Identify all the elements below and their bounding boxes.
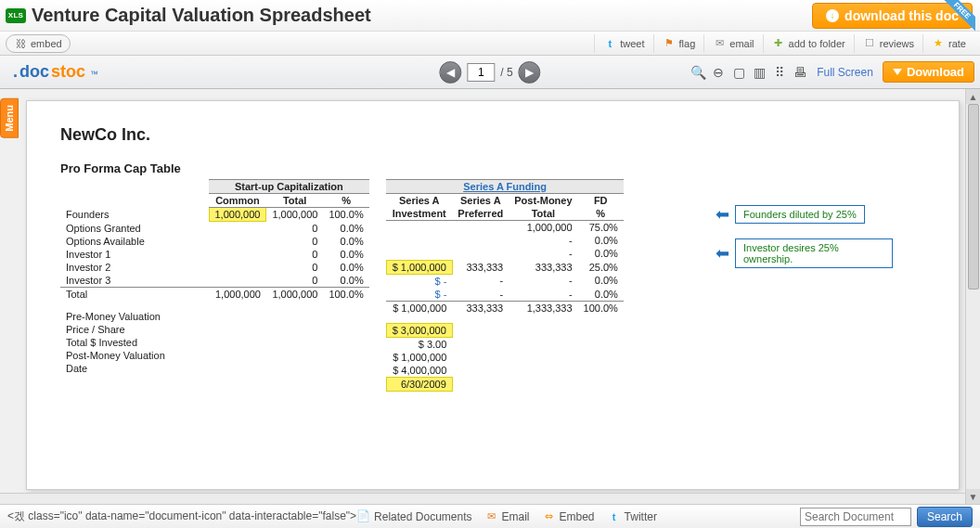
table-row: $ 1,000,000333,333333,33325.0% [386,260,624,274]
col-pmtotal-1: Post-Money [509,194,577,208]
row-pmtotal: - [509,274,577,288]
summary-value: 6/30/2009 [386,378,452,392]
summary-value: $ 4,000,000 [386,364,452,378]
summary-label: Post-Money Valuation [60,349,209,362]
reviews-button[interactable]: ☐reviews [854,34,922,53]
reviews-label: reviews [880,38,914,49]
reviews-icon: ☐ [863,37,876,50]
embed-icon: ⇔ [543,510,556,523]
search-button[interactable]: Search [917,507,973,527]
row-total: 1,000,000 [266,208,323,222]
docstoc-logo[interactable]: . doc stoc ™ [13,62,98,82]
viewer-right: 🔍 ⊖ ▢ ▥ ⠿ 🖶 Full Screen Download [690,61,974,83]
row-fd: 0.0% [578,234,624,247]
col-sainv-1: Series A [386,194,452,208]
scroll-thumb[interactable] [968,104,979,290]
email-link[interactable]: ✉Email [485,510,530,523]
email-button[interactable]: ✉email [703,34,762,53]
table-row: Options Available00.0% [60,235,369,248]
row-pct: 0.0% [323,261,368,274]
row-sainv: $ 1,000,000 [386,260,452,274]
summary-value-row: $ 3.00 [386,338,624,352]
table-row: $ ---0.0% [386,274,624,288]
zoom-in-icon[interactable]: 🔍 [690,65,705,80]
embed-button[interactable]: ⛓ embed [6,34,71,53]
row-sapref [452,221,509,235]
row-sainv [386,234,452,247]
related-docs-link[interactable]: <겠 class="ico" data-name="document-icon"… [7,509,472,524]
download-doc-button[interactable]: ↓ download this doc FREE [812,3,973,29]
vertical-scrollbar[interactable]: ▲ ▼ [965,89,980,504]
zoom-out-icon[interactable]: ⊖ [711,65,726,80]
rate-button[interactable]: ★rate [922,34,974,53]
row-pct: 0.0% [323,235,368,248]
row-total: 0 [266,248,323,261]
table-row: Investor 100.0% [60,248,369,261]
summary-value: $ 1,000,000 [386,351,452,364]
fit-width-icon[interactable]: ▥ [752,65,767,80]
twitter-link[interactable]: tTwitter [608,510,657,523]
embed-link-label: Embed [560,510,595,523]
mail-icon: ✉ [485,510,498,523]
scroll-down-icon[interactable]: ▼ [966,489,980,504]
col-pct: % [323,194,368,208]
logo-doc: doc [19,62,49,82]
row-common [209,248,266,261]
download-doc-label: download this doc [845,8,959,23]
twitter-icon: t [608,510,621,523]
row-pmtotal: - [509,247,577,260]
row-common [209,261,266,274]
callouts: ⬅ Founders diluted by 25% ⬅ Investor des… [716,205,893,283]
flag-button[interactable]: ⚑flag [653,34,704,53]
row-fd: 0.0% [578,288,624,302]
prev-page-button[interactable]: ◀ [439,61,461,84]
total-common: 1,000,000 [209,287,266,301]
page-number-input[interactable] [467,63,495,82]
flag-icon: ⚑ [663,37,676,50]
total-fd: 100.0% [578,301,624,315]
top-bar: XLS Venture Capital Valuation Spreadshee… [0,0,980,32]
callout-1: ⬅ Founders diluted by 25% [716,205,893,224]
search-input[interactable] [800,508,911,526]
callout-2: ⬅ Investor desires 25% ownership. [716,238,893,268]
arrow-left-icon: ⬅ [716,245,729,262]
xls-badge-icon: XLS [6,8,26,23]
summary-value-row: $ 4,000,000 [386,364,624,378]
menu-tab[interactable]: Menu [0,98,19,138]
row-pmtotal: - [509,234,577,247]
free-ribbon-icon: FREE [944,0,975,32]
table-row: Founders1,000,0001,000,000100.0% [60,208,369,222]
horizontal-scrollbar[interactable] [0,493,965,504]
fullscreen-link[interactable]: Full Screen [817,66,873,79]
grid-view-icon[interactable]: ⠿ [772,65,787,80]
summary-row: Pre-Money Valuation [60,310,369,323]
next-page-button[interactable]: ▶ [519,61,541,84]
table-row: 1,000,00075.0% [386,221,624,235]
row-common: 1,000,000 [209,208,266,222]
email-link-label: Email [502,510,530,523]
download-button[interactable]: Download [883,61,974,83]
tweet-button[interactable]: ttweet [594,34,652,53]
scroll-up-icon[interactable]: ▲ [966,89,980,104]
twitter-link-label: Twitter [625,510,657,523]
row-total: 0 [266,261,323,274]
total-total: 1,000,000 [266,287,323,301]
flag-label: flag [679,38,696,49]
fit-page-icon[interactable]: ▢ [731,65,746,80]
mail-icon: ✉ [713,37,726,50]
top-left: XLS Venture Capital Valuation Spreadshee… [6,5,371,26]
print-icon[interactable]: 🖶 [793,65,807,80]
summary-value: $ 3.00 [386,338,452,352]
row-total: 0 [266,274,323,288]
row-total: 0 [266,235,323,248]
summary-value-row: $ 3,000,000 [386,324,624,338]
group-seriesA: Series A Funding Series A Series A Post-… [386,179,624,392]
row-fd: 25.0% [578,260,624,274]
add-folder-button[interactable]: ✚add to folder [763,34,854,53]
twitter-icon: t [603,37,616,50]
table-row: -0.0% [386,247,624,260]
callout-2-text: Investor desires 25% ownership. [735,238,893,268]
table-row: $ ---0.0% [386,288,624,302]
view-tools: 🔍 ⊖ ▢ ▥ ⠿ 🖶 [690,65,807,80]
embed-link[interactable]: ⇔Embed [543,510,595,523]
